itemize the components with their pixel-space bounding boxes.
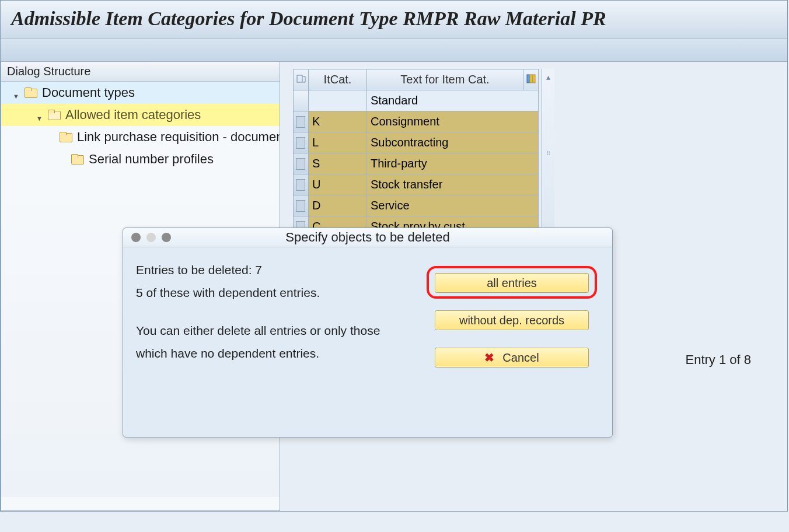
svg-rect-0: [297, 75, 302, 82]
scroll-up-icon: ▴: [542, 72, 554, 82]
app-toolbar: [1, 38, 787, 62]
table-settings[interactable]: [523, 69, 539, 90]
table-row[interactable]: Standard: [294, 90, 539, 111]
folder-icon: [25, 88, 37, 98]
tree-item-label: Serial number profiles: [89, 152, 214, 167]
cancel-button[interactable]: ✖ Cancel: [435, 348, 589, 368]
delete-confirm-dialog: Specify objects to be deleted Entries to…: [123, 228, 613, 438]
cell-itcat[interactable]: [309, 90, 367, 111]
cell-itcat[interactable]: S: [309, 153, 367, 174]
folder-icon: [48, 110, 61, 120]
svg-rect-2: [530, 75, 532, 83]
entry-counter: Entry 1 of 8: [685, 352, 751, 368]
tree-header: Dialog Structure: [1, 62, 280, 82]
row-handle[interactable]: [294, 174, 309, 195]
dialog-title: Specify objects to be deleted: [123, 230, 612, 245]
cell-itcat[interactable]: D: [309, 195, 367, 216]
folder-icon: [60, 132, 72, 142]
cell-text[interactable]: Consignment: [367, 111, 539, 132]
row-handle[interactable]: [294, 111, 309, 132]
page-title: Admissible Item Categories for Document …: [1, 1, 787, 38]
cell-itcat[interactable]: U: [309, 174, 367, 195]
cell-itcat[interactable]: L: [309, 132, 367, 153]
svg-rect-1: [527, 75, 529, 83]
tree-item-label: Allowed item categories: [65, 107, 201, 123]
col-itcat[interactable]: ItCat.: [309, 69, 367, 90]
tree-item[interactable]: Serial number profiles: [1, 148, 280, 170]
tree-item-label: Document types: [42, 85, 135, 100]
tree-item[interactable]: Link purchase requisition - document: [1, 126, 280, 148]
row-handle[interactable]: [294, 132, 309, 153]
svg-rect-3: [533, 75, 535, 83]
cell-itcat[interactable]: K: [309, 111, 367, 132]
row-handle[interactable]: [294, 90, 309, 111]
row-handle[interactable]: [294, 153, 309, 174]
tree-item[interactable]: Document types: [1, 82, 280, 104]
cell-text[interactable]: Subcontracting: [367, 132, 539, 153]
folder-icon: [71, 154, 84, 164]
caret-down-icon: [13, 89, 20, 96]
without-dep-records-button[interactable]: without dep. records: [435, 310, 589, 330]
table-select-all[interactable]: [294, 69, 309, 90]
table-row[interactable]: SThird-party: [294, 153, 539, 174]
cell-text[interactable]: Standard: [367, 90, 539, 111]
tree-item-label: Link purchase requisition - document: [77, 130, 280, 145]
tree-item[interactable]: Allowed item categories: [1, 104, 280, 126]
cancel-x-icon: ✖: [484, 351, 494, 365]
row-handle[interactable]: [294, 195, 309, 216]
col-text[interactable]: Text for Item Cat.: [367, 69, 523, 90]
dialog-message: Entries to be deleted: 7 5 of these with…: [136, 259, 413, 368]
table-settings-icon: [526, 73, 536, 86]
table-row[interactable]: UStock transfer: [294, 174, 539, 195]
cell-text[interactable]: Service: [367, 195, 539, 216]
table-corner-icon: [296, 73, 306, 83]
all-entries-button[interactable]: all entries: [435, 273, 589, 293]
cell-text[interactable]: Third-party: [367, 153, 539, 174]
table-row[interactable]: DService: [294, 195, 539, 216]
cell-text[interactable]: Stock transfer: [367, 174, 539, 195]
table-row[interactable]: KConsignment: [294, 111, 539, 132]
table-row[interactable]: LSubcontracting: [294, 132, 539, 153]
caret-down-icon: [36, 111, 43, 118]
scroll-drag-icon: ⠿: [544, 150, 553, 168]
